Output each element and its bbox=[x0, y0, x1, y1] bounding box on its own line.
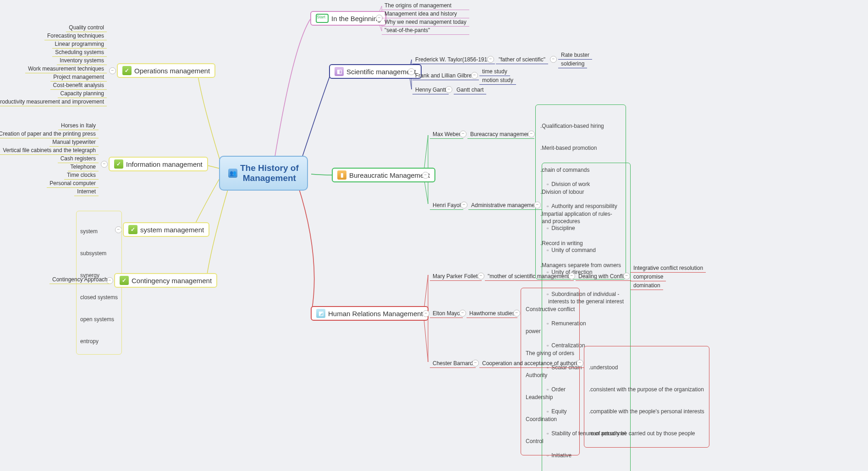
leaf[interactable]: Telephone bbox=[68, 163, 99, 171]
branch-contingency[interactable]: ✓ Contingency management bbox=[114, 273, 217, 288]
leaf[interactable]: soldiering bbox=[558, 60, 587, 68]
collapse-toggle[interactable]: − bbox=[472, 360, 479, 367]
branch-label: Human Relations Management bbox=[328, 310, 423, 318]
leaf-gantt[interactable]: Henny Gantt bbox=[412, 86, 449, 94]
leaf[interactable]: Work measurement techniques bbox=[25, 65, 107, 73]
leaf[interactable]: Internet bbox=[74, 188, 99, 196]
check-icon: ✓ bbox=[128, 225, 137, 234]
center-label: The History of Management bbox=[240, 163, 299, 183]
leaf[interactable]: Scheduling systems bbox=[52, 49, 107, 57]
leaf[interactable]: Rate buster bbox=[558, 51, 592, 60]
leaf[interactable]: Forecasting techniques bbox=[44, 32, 107, 40]
check-icon: ✓ bbox=[120, 276, 129, 285]
collapse-toggle[interactable]: − bbox=[109, 67, 116, 74]
leaf[interactable]: Creation of paper and the printing press bbox=[0, 130, 99, 138]
leaf[interactable]: time study bbox=[479, 68, 510, 76]
leaf-barnard[interactable]: Chester Barnard bbox=[430, 360, 476, 368]
collapse-toggle[interactable]: − bbox=[101, 161, 108, 168]
leaf[interactable]: The origins of management bbox=[382, 2, 469, 10]
center-topic[interactable]: 👥 The History of Management bbox=[219, 156, 308, 191]
operations-items: Quality control Forecasting techniques L… bbox=[0, 24, 107, 106]
leaf[interactable]: Cash registers bbox=[58, 155, 99, 163]
barnard-notes[interactable]: .understood .consistent with the purpose… bbox=[584, 346, 709, 448]
collapse-toggle[interactable]: − bbox=[513, 310, 520, 317]
check-icon: ✓ bbox=[122, 66, 132, 75]
leaf[interactable]: Management idea and history bbox=[382, 10, 469, 18]
leaf-gilbreth[interactable]: Frank and Lillian Gilbreth bbox=[412, 72, 479, 80]
leaf[interactable]: Why we need management today bbox=[382, 18, 469, 27]
branch-label: Contingency management bbox=[132, 277, 212, 285]
leaf[interactable]: Cost-benefit analysis bbox=[50, 82, 107, 90]
collapse-toggle[interactable]: − bbox=[550, 56, 557, 63]
collapse-toggle[interactable]: − bbox=[460, 131, 467, 137]
leaf[interactable]: Capacity planning bbox=[58, 90, 107, 98]
beginning-items: The origins of management Management ide… bbox=[382, 2, 469, 35]
collapse-toggle[interactable]: − bbox=[445, 86, 452, 93]
collapse-toggle[interactable]: − bbox=[478, 273, 484, 279]
folder-icon: ▮ bbox=[337, 170, 346, 180]
branch-system[interactable]: ✓ system management bbox=[123, 222, 209, 237]
leaf-taylor[interactable]: Frederick W. Taylor(1856-1915) bbox=[412, 56, 495, 64]
branch-label: Bureaucratic Management bbox=[349, 171, 430, 179]
collapse-toggle[interactable]: − bbox=[471, 72, 478, 79]
leaf[interactable]: "mother of scientific management" bbox=[485, 273, 574, 281]
leaf-mayo[interactable]: Elton Mayo bbox=[430, 310, 463, 318]
leaf-fayol[interactable]: Henri Fayol bbox=[430, 202, 463, 210]
mindmap-canvas: 👥 The History of Management Start In the… bbox=[0, 0, 868, 471]
leaf[interactable]: Time clocks bbox=[64, 171, 99, 180]
leaf[interactable]: Vertical file cabinets and the telegraph bbox=[0, 147, 99, 155]
collapse-toggle[interactable]: − bbox=[423, 310, 429, 317]
information-items: Horses in Italy Creation of paper and th… bbox=[0, 122, 99, 196]
start-icon: Start bbox=[316, 14, 329, 23]
collapse-toggle[interactable]: − bbox=[577, 360, 583, 367]
branch-label: Information management bbox=[126, 160, 203, 168]
leaf[interactable]: "father of scientific" bbox=[496, 56, 548, 64]
leaf[interactable]: Gantt chart bbox=[454, 86, 486, 94]
leaf[interactable]: Linear programming bbox=[52, 40, 107, 49]
leaf[interactable]: Integrative conflict resolution bbox=[631, 264, 706, 273]
collapse-toggle[interactable]: − bbox=[534, 202, 541, 208]
branch-information[interactable]: ✓ Information management bbox=[109, 157, 208, 171]
leaf[interactable]: "seat-of-the-pants" bbox=[382, 27, 469, 35]
leaf[interactable]: Productivity measurement and improvement bbox=[0, 98, 107, 106]
collapse-toggle[interactable]: − bbox=[461, 202, 467, 208]
leaf[interactable]: Personal computer bbox=[47, 180, 99, 188]
leaf[interactable]: domination bbox=[631, 282, 663, 290]
collapse-toggle[interactable]: − bbox=[459, 310, 466, 317]
leaf[interactable]: Manual typewriter bbox=[49, 138, 99, 147]
collapse-toggle[interactable]: − bbox=[422, 172, 429, 179]
branch-label: Operations management bbox=[134, 67, 210, 75]
leaf[interactable]: Bureacracy management bbox=[467, 131, 534, 139]
leaf[interactable]: Cooperation and acceptance of authority bbox=[479, 360, 584, 368]
leaf[interactable]: Project management bbox=[50, 73, 107, 82]
leaf[interactable]: Contingency Approach bbox=[49, 276, 110, 284]
people-icon: 👥 bbox=[228, 169, 237, 178]
leaf[interactable]: Horses in Italy bbox=[58, 122, 99, 130]
doc-icon: ◧ bbox=[335, 67, 344, 76]
branch-bureaucratic[interactable]: ▮ Bureaucratic Management bbox=[332, 168, 435, 182]
branch-label: Scientific management bbox=[346, 68, 416, 76]
collapse-toggle[interactable]: − bbox=[487, 56, 494, 63]
leaf[interactable]: motion study bbox=[479, 77, 516, 85]
collapse-toggle[interactable]: − bbox=[568, 273, 575, 279]
leaf[interactable]: Dealing with Conflict bbox=[576, 273, 631, 281]
leaf-weber[interactable]: Max Weber bbox=[430, 131, 463, 139]
leaf[interactable]: Inventory systems bbox=[57, 57, 107, 65]
check-icon: ✓ bbox=[114, 159, 123, 169]
square-icon: ◩ bbox=[316, 309, 325, 318]
leaf[interactable]: compromise bbox=[631, 273, 666, 281]
branch-human[interactable]: ◩ Human Relations Management bbox=[311, 306, 429, 321]
collapse-toggle[interactable]: − bbox=[528, 131, 535, 137]
branch-label: In the Beginning bbox=[331, 15, 381, 22]
mayo-notes[interactable]: Constructive conflict power The giving o… bbox=[521, 288, 580, 455]
branch-beginning[interactable]: Start In the Beginning bbox=[310, 11, 386, 26]
leaf[interactable]: Hawthorne studies bbox=[467, 310, 517, 318]
leaf-follett[interactable]: Mary Parker Follett bbox=[430, 273, 482, 281]
collapse-toggle[interactable]: − bbox=[623, 273, 630, 279]
branch-operations[interactable]: ✓ Operations management bbox=[117, 63, 215, 78]
leaf[interactable]: Quality control bbox=[66, 24, 107, 32]
leaf[interactable]: Administrative management bbox=[468, 202, 542, 210]
branch-label: system management bbox=[140, 226, 204, 234]
